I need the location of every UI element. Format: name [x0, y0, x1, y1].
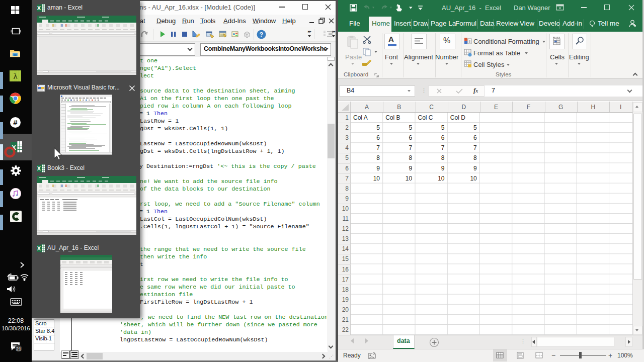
- svg-text:#: #: [13, 118, 18, 127]
- svg-text:21: 21: [16, 346, 22, 351]
- svg-text:?: ?: [260, 31, 263, 38]
- svg-text:λ: λ: [13, 71, 18, 81]
- svg-text:X: X: [37, 165, 41, 171]
- svg-text:X: X: [37, 245, 41, 251]
- svg-text:X: X: [37, 5, 41, 11]
